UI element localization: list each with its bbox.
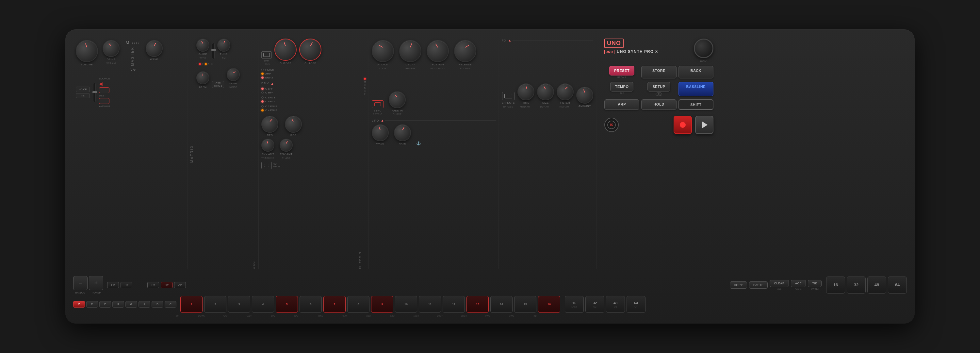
res1-knob[interactable] — [261, 116, 278, 133]
step-1[interactable]: 1 — [180, 296, 202, 313]
filter-fx-knob[interactable] — [557, 83, 574, 101]
lpf-radio[interactable]: O LPF — [261, 87, 362, 90]
step-5[interactable]: 5 — [276, 296, 298, 313]
tie-btn[interactable]: TIE — [808, 280, 822, 287]
bassline-btn[interactable]: BASSLINE — [678, 82, 713, 96]
sharp-a[interactable]: A# — [174, 282, 186, 288]
step-11[interactable]: 11 — [419, 296, 441, 313]
amp-radio[interactable]: AMP — [261, 72, 362, 75]
glide-slider[interactable] — [212, 43, 215, 59]
step-12[interactable]: 12 — [442, 296, 465, 313]
shift-btn[interactable]: SHIFT — [678, 99, 713, 110]
step-9[interactable]: 9 — [371, 296, 393, 313]
effects-btn[interactable] — [502, 92, 514, 101]
step-6[interactable]: 6 — [299, 296, 322, 313]
sharp-g[interactable]: G# — [161, 282, 172, 288]
note-e[interactable]: E — [99, 301, 111, 308]
sharp-f[interactable]: F# — [147, 282, 159, 288]
filter-radio[interactable]: FILTER — [261, 68, 362, 71]
tempo-btn[interactable]: TEMPO — [610, 82, 634, 91]
lfo1-radio[interactable]: O LFO 1 — [261, 96, 362, 99]
hold-btn[interactable]: HOLD — [641, 99, 676, 110]
sync-knob[interactable] — [196, 71, 209, 84]
voice-btn[interactable]: VOICE — [76, 86, 90, 92]
step-13[interactable]: 13 — [466, 296, 489, 313]
lfo2-radio[interactable]: O LFO 2 — [261, 100, 362, 103]
paste-btn[interactable]: PASTE — [749, 281, 768, 289]
sharp-d[interactable]: D# — [121, 282, 132, 288]
note-d[interactable]: D — [86, 301, 98, 308]
wave-lfo-knob[interactable] — [372, 124, 389, 141]
tie-btn-voice[interactable]: TIE — [76, 93, 90, 98]
2pole-radio[interactable]: O 2 POLE — [261, 105, 362, 108]
note-c2[interactable]: C — [165, 301, 177, 308]
tune-knob[interactable] — [217, 38, 230, 52]
preset-btn[interactable]: PRESET — [609, 66, 635, 75]
copy-btn[interactable]: COPY — [730, 281, 748, 289]
pattern-label-o3[interactable]: 48 O3 — [606, 296, 625, 313]
pattern-label-last[interactable]: 16 LAST — [565, 296, 584, 313]
par-btn[interactable] — [261, 162, 272, 169]
rate-knob[interactable] — [394, 124, 411, 141]
note-b[interactable]: B — [151, 301, 163, 308]
decay-knob[interactable] — [399, 40, 422, 62]
step-4[interactable]: 4 — [252, 296, 274, 313]
amount-fx-knob[interactable] — [576, 86, 593, 104]
wave-knob[interactable] — [146, 40, 163, 57]
pattern-label-o4[interactable]: 64 O4 — [627, 296, 646, 313]
4pole-radio[interactable]: O 4 POLE — [261, 109, 362, 112]
sharp-c[interactable]: C# — [107, 282, 119, 288]
step-3[interactable]: 3 — [228, 296, 250, 313]
env-amt-tracking-knob[interactable] — [261, 139, 274, 152]
voice-slider[interactable] — [93, 83, 96, 102]
note-f[interactable]: F — [112, 301, 124, 308]
pattern-48[interactable]: 48 — [867, 276, 886, 294]
volume-knob[interactable] — [76, 40, 98, 62]
note-g[interactable]: G — [126, 301, 137, 308]
drive-knob[interactable] — [103, 40, 119, 57]
note-c[interactable]: C — [73, 301, 85, 308]
sustain-knob[interactable] — [426, 40, 449, 62]
setup-btn[interactable]: SETUP — [648, 82, 670, 91]
plus-btn[interactable]: + — [89, 276, 103, 290]
release-knob[interactable] — [454, 40, 476, 62]
time-knob[interactable] — [517, 83, 535, 101]
step-10[interactable]: 10 — [395, 296, 417, 313]
minus-btn[interactable]: − — [73, 276, 88, 290]
env3-radio[interactable]: ENV 3 — [261, 76, 362, 79]
play-btn[interactable] — [695, 116, 713, 134]
fade-in-knob[interactable] — [389, 91, 406, 108]
sync-retrig-btn[interactable] — [372, 101, 383, 108]
power-btn[interactable]: ⏻ — [655, 92, 662, 96]
step-15[interactable]: 15 — [514, 296, 536, 313]
pattern-32[interactable]: 32 — [847, 276, 865, 294]
glide-knob[interactable] — [196, 38, 209, 52]
pattern-label-o2[interactable]: 32 O2 — [585, 296, 605, 313]
record-btn[interactable] — [674, 116, 692, 134]
cutoff2-knob[interactable] — [299, 38, 321, 61]
step-7[interactable]: 7 — [323, 296, 345, 313]
res2-knob[interactable] — [285, 116, 302, 133]
step-2[interactable]: 2 — [204, 296, 226, 313]
back-btn[interactable]: BACK — [678, 66, 713, 78]
data-knob[interactable] — [694, 38, 713, 58]
pattern-16[interactable]: 16 — [826, 276, 845, 294]
note-a[interactable]: A — [138, 301, 150, 308]
step-8[interactable]: 8 — [347, 296, 369, 313]
hpf-radio[interactable]: O HPF — [261, 91, 362, 94]
acc-btn[interactable]: ACC — [791, 280, 806, 287]
cutoff1-knob[interactable] — [274, 38, 297, 61]
arp-btn[interactable]: ARP — [605, 99, 639, 110]
pattern-64[interactable]: 64 — [888, 276, 907, 294]
step-16[interactable]: 16 — [538, 296, 560, 313]
dest-btn[interactable] — [99, 98, 110, 104]
link-btn[interactable] — [261, 51, 272, 59]
attack-knob[interactable] — [372, 40, 394, 62]
level-knob[interactable] — [227, 68, 240, 81]
env-amt-phase-knob[interactable] — [280, 139, 293, 152]
source-btn[interactable] — [99, 87, 110, 93]
step-14[interactable]: 14 — [490, 296, 512, 313]
clear-btn[interactable]: CLEAR — [770, 280, 789, 287]
size-knob[interactable] — [537, 83, 554, 101]
store-btn[interactable]: STORE — [641, 66, 676, 78]
